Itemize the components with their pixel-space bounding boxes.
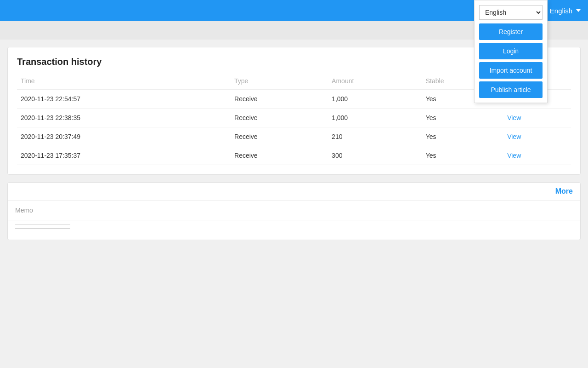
cell-stable: Yes xyxy=(422,109,503,127)
col-amount: Amount xyxy=(328,75,422,90)
cell-type: Receive xyxy=(231,90,328,109)
register-button[interactable]: Register xyxy=(479,23,543,40)
cell-stable: Yes xyxy=(422,146,503,165)
cell-link[interactable]: View xyxy=(503,127,571,146)
cell-type: Receive xyxy=(231,146,328,165)
cell-amount: 1,000 xyxy=(328,90,422,109)
more-section: More Memo xyxy=(7,182,581,240)
cell-time: 2020-11-23 17:35:37 xyxy=(17,146,231,165)
cell-amount: 1,000 xyxy=(328,109,422,127)
cell-time: 2020-11-23 20:37:49 xyxy=(17,127,231,146)
navbar-english-label: English xyxy=(550,7,572,15)
login-button[interactable]: Login xyxy=(479,43,543,59)
memo-line-2 xyxy=(15,228,70,229)
navbar-english-dropdown[interactable]: English xyxy=(550,7,581,15)
cell-amount: 210 xyxy=(328,127,422,146)
cell-stable: Yes xyxy=(422,127,503,146)
memo-line-1 xyxy=(15,224,70,224)
cell-link[interactable]: View xyxy=(503,146,571,165)
memo-label: Memo xyxy=(15,207,33,214)
view-link[interactable]: View xyxy=(507,133,521,140)
cell-link[interactable]: View xyxy=(503,109,571,127)
table-row: 2020-11-23 17:35:37 Receive 300 Yes View xyxy=(17,146,571,165)
table-row: 2020-11-23 22:38:35 Receive 1,000 Yes Vi… xyxy=(17,109,571,127)
memo-row: Memo xyxy=(8,201,580,220)
cell-amount: 300 xyxy=(328,146,422,165)
cell-time: 2020-11-23 22:54:57 xyxy=(17,90,231,109)
view-link[interactable]: View xyxy=(507,114,521,121)
cell-time: 2020-11-23 22:38:35 xyxy=(17,109,231,127)
table-row: 2020-11-23 20:37:49 Receive 210 Yes View xyxy=(17,127,571,146)
cell-type: Receive xyxy=(231,127,328,146)
dropdown-lang-row: English 中文 日本語 xyxy=(479,5,543,20)
dropdown-lang-select[interactable]: English 中文 日本語 xyxy=(479,5,543,20)
view-link[interactable]: View xyxy=(507,152,521,159)
more-row: More xyxy=(8,183,580,201)
more-link[interactable]: More xyxy=(555,187,573,195)
cell-type: Receive xyxy=(231,109,328,127)
dropdown-menu: English 中文 日本語 Register Login Import acc… xyxy=(474,0,548,103)
col-type: Type xyxy=(231,75,328,90)
chevron-down-icon xyxy=(576,9,581,12)
memo-lines xyxy=(8,220,580,240)
import-account-button[interactable]: Import account xyxy=(479,62,543,79)
col-time: Time xyxy=(17,75,231,90)
publish-article-button[interactable]: Publish article xyxy=(479,81,543,98)
